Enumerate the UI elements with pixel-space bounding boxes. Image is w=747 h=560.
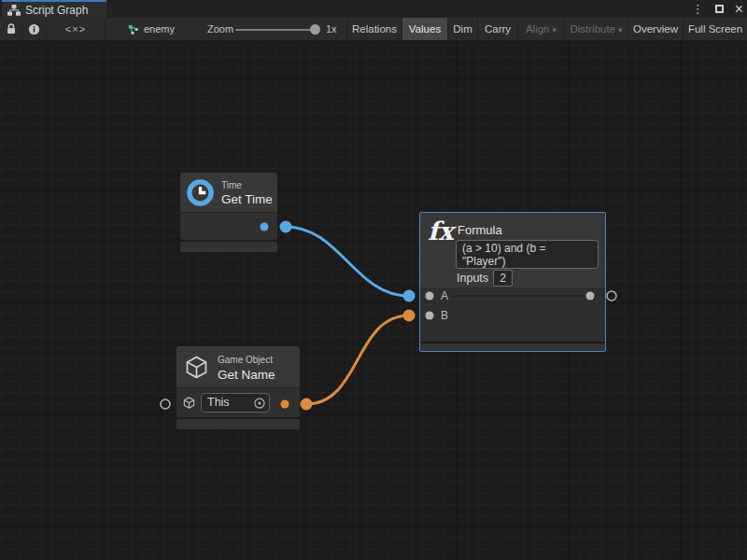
inputs-count-field[interactable]: 2 <box>493 270 513 287</box>
info-icon <box>28 23 40 35</box>
node-subtitle: Game Object <box>218 355 273 365</box>
values-button[interactable]: Values <box>402 18 447 40</box>
node-title: Get Time <box>221 192 273 206</box>
clock-icon <box>186 178 215 207</box>
node-title: Get Name <box>218 368 275 382</box>
object-picker-icon[interactable] <box>253 397 266 410</box>
toolbar-buttons: Relations Values Dim Carry Align▾ Distri… <box>346 18 747 40</box>
inputs-label: Inputs <box>457 272 488 285</box>
expression-line: (a > 10) and (b = <box>462 242 592 255</box>
node-get-time[interactable]: Time Get Time <box>180 173 277 252</box>
node-formula-ports: A B <box>420 287 605 342</box>
close-icon[interactable]: × <box>735 0 743 18</box>
code-icon: <×> <box>65 23 86 35</box>
carry-button[interactable]: Carry <box>477 18 517 40</box>
chevron-down-icon: ▾ <box>618 25 623 35</box>
tab-script-graph[interactable]: Script Graph <box>2 0 106 18</box>
lock-button[interactable] <box>0 18 22 40</box>
node-get-name-footer <box>176 419 300 429</box>
node-subtitle: Time <box>221 180 242 190</box>
node-get-name-body: This <box>176 388 300 417</box>
target-object-value: This <box>207 394 230 412</box>
graph-canvas[interactable] <box>0 41 747 560</box>
formula-expression-input[interactable]: (a > 10) and (b = "Player") <box>456 240 599 269</box>
title-bar: Script Graph ⋮ × <box>0 0 747 18</box>
node-get-name-header[interactable]: Game Object Get Name <box>176 346 300 388</box>
node-formula[interactable]: fx Formula (a > 10) and (b = "Player") I… <box>419 212 606 352</box>
port-b-label: B <box>441 309 448 322</box>
port-a-label: A <box>441 289 448 302</box>
node-get-time-body <box>180 213 277 240</box>
code-view-button[interactable]: <×> <box>47 18 106 40</box>
zoom-slider-track[interactable] <box>235 29 314 31</box>
script-graph-window: Script Graph ⋮ × <×> <box>0 0 747 560</box>
cube-icon <box>182 396 196 410</box>
tab-title: Script Graph <box>25 4 88 17</box>
window-controls: ⋮ × <box>692 0 743 18</box>
overview-button[interactable]: Overview <box>627 18 683 40</box>
node-title: Formula <box>458 223 502 237</box>
node-get-time-footer <box>180 242 277 252</box>
lock-icon <box>6 22 17 35</box>
fx-icon: fx <box>428 217 454 245</box>
graph-name: enemy <box>144 23 175 35</box>
align-button[interactable]: Align▾ <box>517 18 564 40</box>
dim-button[interactable]: Dim <box>447 18 477 40</box>
graph-network-icon <box>127 23 139 35</box>
node-get-name[interactable]: Game Object Get Name This <box>176 346 300 429</box>
window-menu-icon[interactable]: ⋮ <box>692 0 704 18</box>
graph-hierarchy-icon <box>7 5 21 16</box>
info-button[interactable] <box>22 18 47 40</box>
zoom-slider-handle[interactable] <box>310 24 320 35</box>
zoom-label: Zoom <box>207 18 233 40</box>
target-object-field[interactable]: This <box>201 393 270 413</box>
node-get-time-header[interactable]: Time Get Time <box>180 173 277 213</box>
graph-toolbar: <×> enemy Zoom 1x Relations Values Dim C… <box>0 18 747 41</box>
relations-button[interactable]: Relations <box>346 18 402 40</box>
graph-breadcrumb[interactable]: enemy <box>127 18 175 40</box>
zoom-value: 1x <box>326 18 337 40</box>
chevron-down-icon: ▾ <box>553 25 557 35</box>
distribute-button[interactable]: Distribute▾ <box>564 18 627 40</box>
expression-line: "Player") <box>462 255 592 268</box>
maximize-icon[interactable] <box>715 5 724 13</box>
fullscreen-button[interactable]: Full Screen <box>683 18 747 40</box>
node-formula-header[interactable]: fx Formula (a > 10) and (b = "Player") I… <box>420 213 605 287</box>
cube-icon <box>183 354 210 381</box>
node-formula-footer <box>420 342 605 351</box>
